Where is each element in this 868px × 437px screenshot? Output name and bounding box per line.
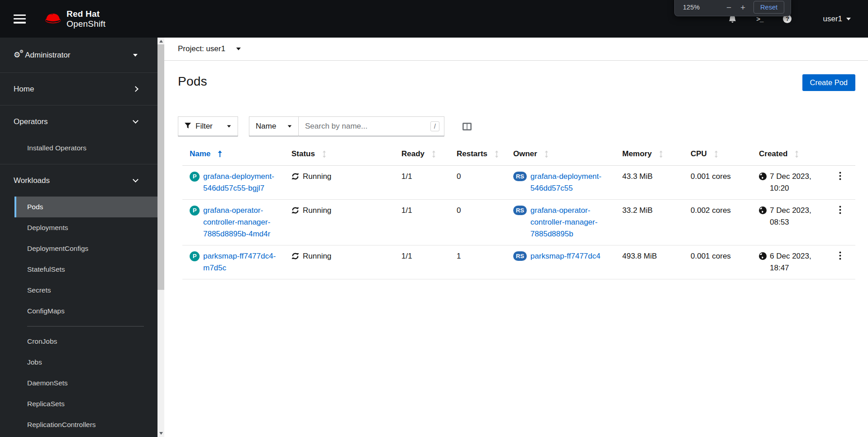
owner-link[interactable]: grafana-operator-controller-manager-7885… (530, 205, 608, 240)
sort-icon (432, 150, 436, 158)
zoom-reset-button[interactable]: Reset (754, 1, 784, 14)
created-timestamp: 7 Dec 2023, 10:20 (770, 171, 817, 194)
divider (27, 326, 144, 327)
browser-zoom-popup: 125% − + Reset (674, 0, 791, 16)
sort-icon (544, 150, 548, 158)
memory-cell: 33.2 MiB (615, 200, 683, 245)
scroll-up-icon[interactable] (159, 40, 163, 43)
running-sync-icon (291, 206, 299, 214)
toolbar: Filter Name / (178, 116, 868, 136)
red-hat-fedora-icon (43, 11, 62, 27)
kebab-menu[interactable] (835, 205, 846, 216)
caret-down-icon (236, 48, 241, 50)
user-menu[interactable]: user1 (823, 14, 851, 24)
sidebar-item-configmaps[interactable]: ConfigMaps (14, 301, 157, 322)
pod-link[interactable]: grafana-deployment-546dd57c55-bgjl7 (203, 171, 277, 194)
restarts-cell: 0 (449, 200, 506, 245)
table-header-row: Name Status (182, 144, 855, 166)
filter-label: Filter (196, 122, 213, 131)
sidebar-item-home[interactable]: Home (0, 73, 157, 105)
zoom-in-button[interactable]: + (739, 3, 747, 12)
masthead: Red Hat OpenShift >_ ? user1 125% − + Re… (0, 0, 868, 38)
side-navigation: ⚙ Administrator Home Operators Installed… (0, 38, 157, 437)
globe-icon (759, 173, 767, 180)
replicaset-badge: RS (513, 172, 527, 181)
manage-columns-button[interactable] (463, 116, 472, 136)
sidebar-section-operators[interactable]: Operators (0, 106, 157, 138)
create-pod-button[interactable]: Create Pod (802, 74, 855, 91)
column-header-memory[interactable]: Memory (615, 144, 683, 166)
filter-funnel-icon (185, 122, 191, 131)
sidebar-item-installed-operators[interactable]: Installed Operators (14, 138, 157, 158)
redhat-openshift-logo: Red Hat OpenShift (43, 9, 105, 29)
sort-icon (659, 150, 663, 158)
sidebar-item-secrets[interactable]: Secrets (14, 280, 157, 301)
page-title: Pods (178, 74, 207, 89)
search-attribute-label: Name (256, 122, 276, 131)
search-attribute-dropdown[interactable]: Name (249, 116, 299, 136)
page-scrollbar[interactable] (157, 38, 164, 437)
sort-icon (714, 150, 718, 158)
column-header-ready[interactable]: Ready (394, 144, 449, 166)
ready-cell: 1/1 (394, 245, 449, 279)
ready-cell: 1/1 (394, 200, 449, 245)
scroll-down-icon[interactable] (159, 432, 163, 435)
replicaset-badge: RS (513, 206, 527, 215)
restarts-cell: 0 (449, 166, 506, 200)
owner-link[interactable]: grafana-deployment-546dd57c55 (530, 171, 608, 194)
column-header-status[interactable]: Status (284, 144, 394, 166)
status-text: Running (303, 250, 331, 262)
sidebar-item-deployments[interactable]: Deployments (14, 217, 157, 238)
perspective-label: Administrator (25, 51, 70, 60)
perspective-switcher[interactable]: ⚙ Administrator (0, 38, 157, 73)
shortcut-hint: / (430, 121, 439, 131)
columns-icon (463, 123, 472, 130)
sidebar-item-deploymentconfigs[interactable]: DeploymentConfigs (14, 238, 157, 259)
sidebar-section-workloads[interactable]: Workloads (0, 164, 157, 197)
caret-down-icon (288, 125, 292, 127)
caret-down-icon (227, 125, 231, 127)
created-timestamp: 6 Dec 2023, 18:47 (770, 250, 817, 274)
project-selector[interactable]: Project: user1 (178, 44, 241, 53)
pod-row: P parksmap-ff7477dc4-m7d5c Ru (182, 245, 855, 279)
project-selector-label: Project: user1 (178, 44, 225, 53)
pod-row: P grafana-operator-controller-manager-78… (182, 200, 855, 245)
status-text: Running (303, 171, 331, 182)
pod-link[interactable]: grafana-operator-controller-manager-7885… (203, 205, 277, 240)
sidebar-item-daemonsets[interactable]: DaemonSets (14, 373, 157, 394)
hamburger-icon[interactable] (14, 14, 26, 24)
sidebar-section-label: Workloads (14, 176, 50, 185)
sidebar-item-statefulsets[interactable]: StatefulSets (14, 259, 157, 280)
sidebar-item-cronjobs[interactable]: CronJobs (14, 331, 157, 352)
sort-icon (795, 150, 799, 158)
column-header-name[interactable]: Name (182, 144, 284, 166)
search-input[interactable] (305, 122, 428, 131)
filter-dropdown[interactable]: Filter (178, 116, 238, 136)
sidebar-item-pods[interactable]: Pods (14, 197, 157, 217)
running-sync-icon (291, 173, 299, 180)
column-header-cpu[interactable]: CPU (683, 144, 752, 166)
column-header-owner[interactable]: Owner (506, 144, 615, 166)
sidebar-item-replicationcontrollers[interactable]: ReplicationControllers (14, 414, 157, 435)
pod-badge: P (190, 206, 200, 216)
column-header-created[interactable]: Created (752, 144, 827, 166)
replicaset-badge: RS (513, 251, 527, 261)
sidebar-item-jobs[interactable]: Jobs (14, 352, 157, 373)
pod-link[interactable]: parksmap-ff7477dc4-m7d5c (203, 250, 277, 274)
kebab-menu[interactable] (835, 171, 846, 182)
kebab-menu[interactable] (835, 250, 846, 262)
username: user1 (823, 14, 842, 24)
sidebar-section-label: Operators (14, 117, 48, 126)
project-bar: Project: user1 (164, 38, 868, 61)
owner-link[interactable]: parksmap-ff7477dc4 (530, 250, 601, 262)
gears-icon: ⚙ (14, 51, 20, 59)
column-header-restarts[interactable]: Restarts (449, 144, 506, 166)
zoom-out-button[interactable]: − (725, 3, 733, 12)
pods-table: Name Status (182, 144, 855, 279)
sidebar-item-replicasets[interactable]: ReplicaSets (14, 394, 157, 414)
created-timestamp: 7 Dec 2023, 08:53 (770, 205, 817, 228)
cpu-cell: 0.001 cores (683, 166, 752, 200)
sidebar-item-label: Home (14, 85, 34, 94)
scrollbar-thumb[interactable] (157, 44, 164, 290)
pod-row: P grafana-deployment-546dd57c55-bgjl7 (182, 166, 855, 200)
